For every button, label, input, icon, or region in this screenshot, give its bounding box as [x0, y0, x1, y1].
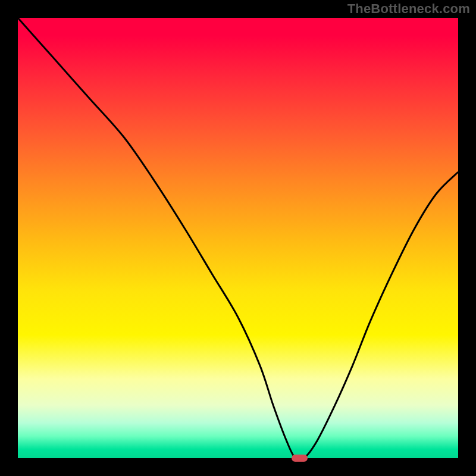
watermark-text: TheBottleneck.com	[347, 1, 470, 17]
chart-frame: TheBottleneck.com	[0, 0, 476, 476]
optimal-marker	[292, 455, 308, 462]
bottleneck-curve	[18, 18, 458, 458]
plot-area	[18, 18, 458, 458]
